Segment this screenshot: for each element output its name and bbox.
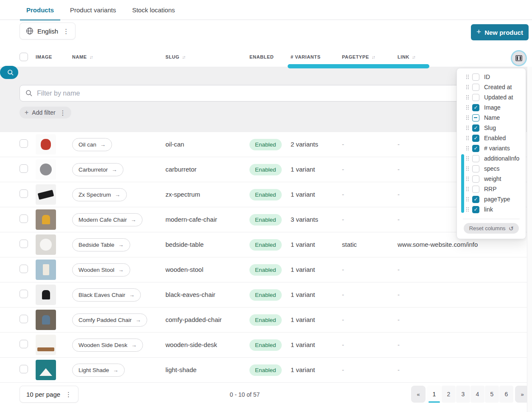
- row-checkbox[interactable]: [20, 240, 28, 248]
- table-row: Carburretor → carburretor Enabled 1 vari…: [0, 157, 527, 182]
- picker-item-name[interactable]: Name: [457, 113, 526, 123]
- picker-checkbox[interactable]: [472, 114, 479, 121]
- picker-item-rrp[interactable]: RRP: [457, 184, 526, 194]
- picker-checkbox[interactable]: [472, 145, 479, 152]
- row-checkbox[interactable]: [20, 290, 28, 298]
- pagination-page-3[interactable]: 3: [456, 386, 470, 403]
- row-variants-cell: 1 variant: [291, 291, 342, 299]
- pagination-page-4[interactable]: 4: [470, 386, 484, 403]
- picker-scroll-indicator[interactable]: [461, 154, 464, 213]
- column-header-pagetype[interactable]: PAGETYPE↓↑: [342, 54, 398, 59]
- filter-by-name-input[interactable]: [20, 85, 524, 102]
- add-filter-button[interactable]: + Add filter ⋮: [20, 107, 71, 119]
- picker-item-slug[interactable]: Slug: [457, 123, 526, 133]
- picker-checkbox[interactable]: [472, 73, 479, 81]
- picker-item-link[interactable]: link: [457, 204, 526, 214]
- drag-handle-icon[interactable]: [466, 166, 469, 171]
- product-name-chip[interactable]: Oil can →: [72, 138, 112, 151]
- picker-checkbox[interactable]: [472, 94, 479, 101]
- new-product-button[interactable]: + New product: [471, 24, 529, 40]
- drag-handle-icon[interactable]: [466, 176, 469, 181]
- pagination-page-2[interactable]: 2: [442, 386, 456, 403]
- link-value: -: [398, 316, 400, 323]
- row-image-cell: [36, 159, 72, 180]
- drag-handle-icon[interactable]: [466, 95, 469, 100]
- reset-columns-button[interactable]: Reset columns ↺: [464, 223, 519, 234]
- tab-stock-locations[interactable]: Stock locations: [124, 0, 183, 20]
- picker-checkbox[interactable]: [472, 206, 479, 213]
- picker-item-weight[interactable]: weight: [457, 174, 526, 184]
- pagination-page-1[interactable]: 1: [427, 386, 441, 403]
- row-checkbox[interactable]: [20, 164, 28, 173]
- drag-handle-icon[interactable]: [466, 197, 469, 202]
- kebab-menu-icon[interactable]: ⋮: [63, 28, 69, 34]
- picker-item-created-at[interactable]: Created at: [457, 82, 526, 92]
- page-scrollbar[interactable]: [527, 67, 532, 412]
- drag-handle-icon[interactable]: [466, 156, 469, 161]
- pagination-prev-button[interactable]: «: [411, 386, 426, 403]
- picker-item-updated-at[interactable]: Updated at: [457, 92, 526, 102]
- status-badge: Enabled: [249, 264, 282, 276]
- picker-item-additionalinfo[interactable]: additionalInfo: [457, 153, 526, 164]
- picker-checkbox[interactable]: [472, 84, 479, 91]
- picker-checkbox[interactable]: [472, 124, 479, 132]
- row-checkbox[interactable]: [20, 315, 28, 323]
- product-name-chip[interactable]: Wooden Side Desk →: [72, 339, 143, 352]
- kebab-menu-icon[interactable]: ⋮: [60, 110, 66, 116]
- product-name-chip[interactable]: Modern Cafe Chair →: [72, 213, 143, 226]
- product-name-chip[interactable]: Carburretor →: [72, 163, 123, 176]
- column-header-name[interactable]: NAME↓↑: [72, 54, 165, 59]
- picker-checkbox[interactable]: [472, 175, 479, 183]
- drag-handle-icon[interactable]: [466, 85, 469, 90]
- drag-handle-icon[interactable]: [466, 135, 469, 141]
- column-header-slug[interactable]: SLUG↓↑: [165, 54, 249, 59]
- row-checkbox[interactable]: [20, 340, 28, 348]
- picker-checkbox[interactable]: [472, 165, 479, 172]
- picker-item-specs[interactable]: specs: [457, 164, 526, 174]
- picker-item-enabled[interactable]: Enabled: [457, 133, 526, 143]
- tab-products[interactable]: Products: [18, 0, 62, 20]
- row-checkbox[interactable]: [20, 189, 28, 198]
- drag-handle-icon[interactable]: [466, 207, 469, 212]
- product-name-chip[interactable]: Black Eaves Chair →: [72, 288, 141, 302]
- picker-checkbox[interactable]: [472, 104, 479, 111]
- column-settings-button[interactable]: [512, 51, 526, 65]
- picker-item-id[interactable]: ID: [457, 72, 526, 82]
- row-checkbox[interactable]: [20, 139, 28, 148]
- picker-checkbox[interactable]: [472, 155, 479, 162]
- row-checkbox[interactable]: [20, 365, 28, 373]
- product-name-chip[interactable]: Light Shade →: [72, 364, 125, 377]
- drag-handle-icon[interactable]: [466, 186, 469, 192]
- select-all-checkbox[interactable]: [20, 53, 28, 61]
- tab-product-variants[interactable]: Product variants: [62, 0, 124, 20]
- product-name-chip[interactable]: Wooden Stool →: [72, 263, 130, 277]
- per-page-selector[interactable]: 10 per page ⋮: [20, 386, 78, 403]
- drag-handle-icon[interactable]: [466, 125, 469, 130]
- picker-checkbox[interactable]: [472, 186, 479, 193]
- column-header-link[interactable]: LINK↓↑: [398, 54, 506, 59]
- row-checkbox[interactable]: [20, 265, 28, 273]
- search-toggle-button[interactable]: [0, 66, 18, 79]
- language-selector-button[interactable]: English ⋮: [20, 23, 76, 40]
- picker-checkbox[interactable]: [472, 135, 479, 142]
- kebab-menu-icon[interactable]: ⋮: [65, 391, 72, 398]
- pagination-page-5[interactable]: 5: [485, 386, 499, 403]
- sort-icon[interactable]: ↓↑: [182, 54, 185, 59]
- product-name-chip[interactable]: Bedside Table →: [72, 238, 130, 251]
- picker-item-pagetype[interactable]: pageType: [457, 194, 526, 204]
- picker-item-image[interactable]: Image: [457, 102, 526, 113]
- pagination-page-6[interactable]: 6: [499, 386, 513, 403]
- link-value: -: [398, 266, 400, 273]
- drag-handle-icon[interactable]: [466, 146, 469, 151]
- sort-icon[interactable]: ↓↑: [90, 54, 92, 59]
- drag-handle-icon[interactable]: [466, 115, 469, 120]
- sort-icon[interactable]: ↓↑: [372, 54, 375, 59]
- picker-checkbox[interactable]: [472, 196, 479, 203]
- drag-handle-icon[interactable]: [466, 105, 469, 110]
- picker-item--variants[interactable]: # variants: [457, 143, 526, 153]
- row-checkbox[interactable]: [20, 214, 28, 223]
- product-name-chip[interactable]: Zx Spectrum →: [72, 188, 127, 201]
- sort-icon[interactable]: ↓↑: [412, 54, 415, 59]
- product-name-chip[interactable]: Comfy Padded Chair →: [72, 313, 147, 327]
- drag-handle-icon[interactable]: [466, 74, 469, 79]
